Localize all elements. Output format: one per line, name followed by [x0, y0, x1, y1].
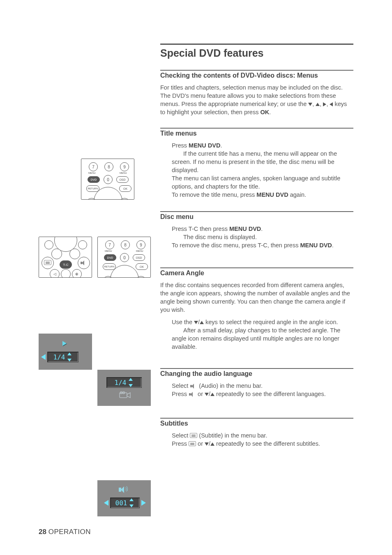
- audio-value-box: 001: [110, 497, 140, 508]
- up-arrow-icon: [210, 393, 214, 396]
- t: Select: [172, 432, 190, 439]
- section-disc-menu: Disc menu Press T-C then press MENU DVD.…: [160, 211, 353, 249]
- dm-l1: Press T-C then press MENU DVD.: [172, 225, 353, 233]
- key-0: 0: [104, 175, 113, 184]
- up-arrow-icon: [316, 103, 320, 106]
- heading-audio: Changing the audio language: [160, 368, 353, 378]
- subtitles-block: Select (Subtitle) in the menu bar. Press…: [160, 431, 353, 448]
- t: Select: [172, 382, 190, 389]
- ghost-remote: T-C ◁ ⊕: [39, 237, 92, 278]
- section-audio: Changing the audio language Select (Audi…: [160, 368, 353, 398]
- audio-l1: Select (Audio) in the menu bar.: [172, 382, 353, 390]
- camera-glyph: [118, 391, 132, 401]
- illus-remote-title-menus: 7 8 9 MENU MENU DVD 0 OSD RETURN OK: [81, 159, 134, 200]
- disc-menu-block: Press T-C then press MENU DVD. The disc …: [160, 225, 353, 249]
- osd-angle-small: 1/4: [53, 353, 65, 361]
- key-osd: OSD: [116, 176, 129, 183]
- audio-icon: [190, 384, 197, 389]
- key-tc: T-C: [60, 260, 72, 269]
- section-camera: Camera Angle If the disc contains sequen…: [160, 267, 353, 351]
- t: again.: [288, 191, 307, 198]
- menu-dvd-label: MENU DVD: [189, 142, 220, 149]
- heading-checking: Checking the contents of DVD-Video discs…: [160, 70, 353, 79]
- key-ok: OK: [119, 185, 131, 192]
- t: .: [220, 142, 222, 149]
- angle-big-box: 1/4: [106, 377, 142, 388]
- audio-block: Select (Audio) in the menu bar. Press or…: [160, 382, 353, 398]
- audio-icon: [189, 392, 196, 397]
- osd-camera-small: 1/4: [39, 334, 92, 370]
- camera-l1: Use the / keys to select the required an…: [172, 318, 353, 326]
- camera-p1: If the disc contains sequences recorded …: [160, 281, 353, 314]
- updown-icon: [67, 352, 72, 362]
- t: or: [196, 391, 205, 397]
- osd-audio-value: 001: [115, 499, 127, 507]
- t: .: [269, 109, 271, 115]
- page-title: Special DVD features: [160, 47, 264, 59]
- t: Press: [172, 391, 189, 397]
- t: .: [332, 242, 334, 249]
- t: To remove the title menu, press: [172, 191, 256, 198]
- key-7: 7: [89, 162, 98, 171]
- t: (Subtitle) in the menu bar.: [197, 432, 267, 439]
- osd-camera-big: 1/4: [97, 370, 151, 406]
- key-dvd-b: DVD: [104, 254, 116, 261]
- gc-left: ◁: [50, 269, 60, 278]
- gc1: [44, 240, 53, 249]
- sub-l1: Select (Subtitle) in the menu bar.: [172, 431, 353, 440]
- section-title-menus: Title menus Press MENU DVD. If the curre…: [160, 128, 353, 199]
- key-7b: 7: [105, 240, 114, 249]
- checking-p1: For titles and chapters, selection menus…: [160, 83, 353, 116]
- gc3: [51, 249, 62, 259]
- page: Special DVD features 7 8 9 MENU MENU DVD…: [0, 0, 392, 555]
- label-menu-r2: MENU: [136, 250, 143, 252]
- t: Press: [172, 142, 189, 149]
- t: To remove the disc menu, press T-C, then…: [172, 242, 300, 249]
- footer: 28 OPERATION: [39, 528, 91, 536]
- section-subtitles: Subtitles Select (Subtitle) in the menu …: [160, 418, 353, 448]
- page-section-label: OPERATION: [48, 528, 91, 536]
- key-ok-b: OK: [136, 263, 148, 270]
- dm-l2: The disc menu is displayed.: [172, 233, 353, 241]
- camera-l2: After a small delay, play changes to the…: [172, 326, 353, 351]
- t: or: [196, 440, 205, 447]
- subtitle-icon: [44, 260, 51, 265]
- key-osd-b: OSD: [133, 254, 145, 261]
- key-dvd: DVD: [88, 176, 100, 183]
- camera-block: Use the / keys to select the required an…: [160, 318, 353, 351]
- gc4: [69, 249, 80, 259]
- key-8b: 8: [121, 240, 130, 249]
- audio-icon-osd: [119, 486, 128, 493]
- t: Press: [172, 440, 189, 447]
- t: (Audio) in the menu bar.: [197, 382, 263, 389]
- illus-remote-disc-right: 7 8 9 MENU MENU DVD 0 OSD RETURN OK: [97, 237, 151, 278]
- label-menu-r: MENU: [120, 172, 127, 174]
- tm-l2: If the current title has a menu, the men…: [172, 150, 353, 174]
- gc2: [78, 240, 87, 249]
- illus-remote-disc-left: T-C ◁ ⊕: [39, 237, 92, 278]
- updown-icon-c: [129, 498, 134, 507]
- gc-zoom: ⊕: [72, 269, 82, 278]
- t: keys to select the required angle in the…: [204, 319, 338, 325]
- heading-title-menus: Title menus: [160, 128, 353, 137]
- heading-subtitles: Subtitles: [160, 418, 353, 427]
- t: .: [261, 226, 263, 232]
- key-8: 8: [104, 162, 113, 171]
- down-arrow-icon: [205, 393, 209, 396]
- dm-l3: To remove the disc menu, press T-C, then…: [172, 241, 353, 249]
- t: Press T-C then press: [172, 226, 229, 232]
- heading-disc-menu: Disc menu: [160, 211, 353, 221]
- tm-l1: Press MENU DVD.: [172, 141, 353, 150]
- label-menu-l: MENU: [88, 172, 96, 174]
- updown-icon-b: [128, 378, 134, 387]
- page-number: 28: [39, 528, 46, 536]
- ok-label: OK: [260, 109, 269, 115]
- subtitle-icon: [189, 441, 196, 446]
- angle-value-box: 1/4: [47, 352, 78, 362]
- down-arrow-icon: [194, 321, 198, 324]
- t: repeatedly to see the different language…: [214, 391, 326, 397]
- title-menus-block: Press MENU DVD. If the current title has…: [160, 141, 353, 199]
- menu-dvd-label: MENU DVD: [300, 242, 332, 249]
- gc-mid: [61, 269, 71, 278]
- sub-l2: Press or / repeatedly to see the differe…: [172, 440, 353, 448]
